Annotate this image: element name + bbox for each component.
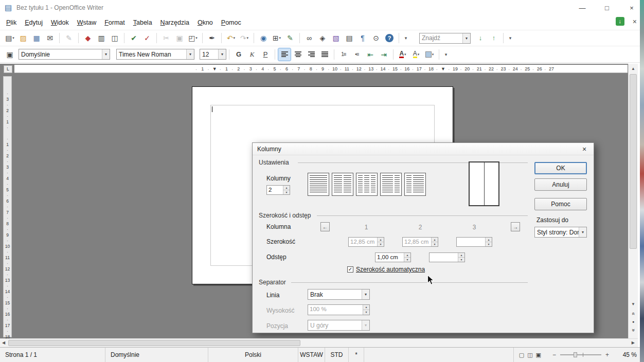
- help-icon[interactable]: ?: [383, 32, 396, 44]
- ok-button[interactable]: OK: [534, 162, 587, 174]
- dialog-titlebar[interactable]: Kolumny ×: [253, 143, 594, 155]
- help-button[interactable]: Pomoc: [534, 198, 587, 210]
- zoom-out-icon[interactable]: −: [550, 351, 558, 358]
- gallery-icon[interactable]: ▧: [330, 32, 342, 44]
- increase-indent-icon[interactable]: ⇥: [378, 48, 390, 61]
- menu-widok[interactable]: Widok: [47, 17, 73, 28]
- zoom-icon[interactable]: ⊙: [370, 32, 382, 44]
- export-pdf-icon[interactable]: ◆: [82, 32, 94, 44]
- toolbar-more-icon[interactable]: ▾: [507, 32, 514, 44]
- tab-stop-selector[interactable]: L: [4, 65, 12, 73]
- numbered-list-icon[interactable]: 1≡: [337, 48, 350, 61]
- find-replace-icon[interactable]: ∞: [303, 32, 315, 44]
- scroll-up-icon[interactable]: ▲: [629, 65, 638, 73]
- status-insert-mode[interactable]: WSTAW: [298, 348, 325, 362]
- spacing-1-2-field[interactable]: 1,00 cm ▴▾: [375, 252, 411, 262]
- horizontal-scrollbar-thumb[interactable]: [8, 340, 300, 346]
- align-center-button[interactable]: [292, 48, 304, 61]
- table-icon[interactable]: ⊞▾: [271, 32, 283, 44]
- font-color-icon[interactable]: A▾: [397, 48, 409, 61]
- background-color-icon[interactable]: ▾: [423, 48, 436, 61]
- toolbar-more-icon[interactable]: ▾: [442, 48, 450, 61]
- align-left-button[interactable]: [278, 48, 291, 61]
- columns-count-field[interactable]: 2 ▴▾: [266, 185, 290, 195]
- next-page-icon[interactable]: »: [629, 326, 637, 334]
- preset-right-wide[interactable]: [404, 173, 426, 196]
- find-input[interactable]: Znajdź ▾: [419, 33, 471, 44]
- zoom-in-icon[interactable]: +: [603, 351, 611, 358]
- email-icon[interactable]: ✉: [44, 32, 56, 44]
- status-selection-mode[interactable]: STD: [325, 348, 349, 362]
- menu-format[interactable]: Format: [100, 17, 129, 28]
- find-next-icon[interactable]: ↓: [474, 32, 487, 44]
- menu-okno[interactable]: Okno: [193, 17, 217, 28]
- scroll-right-icon[interactable]: ▶: [632, 339, 635, 347]
- italic-button[interactable]: K: [246, 48, 258, 61]
- font-size-combo[interactable]: 12 ▾: [200, 49, 226, 60]
- close-icon[interactable]: ×: [628, 4, 636, 12]
- highlighting-icon[interactable]: A▾: [410, 48, 422, 61]
- chevron-down-icon[interactable]: ▾: [579, 227, 586, 237]
- redo-icon[interactable]: ↷▾: [238, 32, 251, 44]
- column-next-icon[interactable]: →: [511, 222, 520, 231]
- autowidth-label[interactable]: Szerokość automatyczna: [356, 266, 425, 273]
- auto-spellcheck-icon[interactable]: ✓: [141, 32, 153, 44]
- bullet-list-icon[interactable]: •≡: [351, 48, 363, 61]
- menu-tabela[interactable]: Tabela: [129, 17, 156, 28]
- menu-narzedzia[interactable]: Narzędzia: [156, 17, 193, 28]
- scroll-down-icon[interactable]: ▼: [629, 300, 638, 308]
- previous-page-icon[interactable]: «: [629, 310, 637, 318]
- apply-to-combo[interactable]: Styl strony: Dom ▾: [534, 227, 587, 238]
- chevron-down-icon[interactable]: ▾: [186, 49, 194, 59]
- spin-up-icon[interactable]: ▴: [283, 186, 290, 190]
- toolbar-more-icon[interactable]: ▾: [402, 32, 409, 44]
- open-icon[interactable]: ▨: [17, 32, 29, 44]
- status-language[interactable]: Polski: [208, 348, 298, 362]
- spin-down-icon[interactable]: ▾: [283, 190, 290, 194]
- status-page-style[interactable]: Domyślnie: [105, 348, 208, 362]
- autowidth-checkbox[interactable]: ✓: [347, 266, 353, 273]
- navigator-icon[interactable]: ◈: [316, 32, 329, 44]
- draw-functions-icon[interactable]: ✎: [284, 32, 296, 44]
- view-single-icon[interactable]: ▢: [519, 352, 524, 358]
- font-name-combo[interactable]: Times New Roman ▾: [116, 49, 194, 60]
- cut-icon[interactable]: ✂: [160, 32, 172, 44]
- view-multiple-icon[interactable]: ◫: [527, 352, 532, 358]
- page-preview-icon[interactable]: ◫: [109, 32, 121, 44]
- minimize-icon[interactable]: —: [578, 4, 586, 12]
- spin-down-icon[interactable]: ▾: [404, 257, 410, 262]
- vertical-scrollbar[interactable]: ▲ ▼ « ● »: [628, 64, 638, 338]
- paragraph-style-combo[interactable]: Domyślnie ▾: [19, 49, 110, 60]
- chevron-down-icon[interactable]: ▾: [362, 289, 369, 299]
- navigation-icon[interactable]: ●: [629, 318, 637, 326]
- format-paintbrush-icon[interactable]: ✒: [206, 32, 218, 44]
- align-right-button[interactable]: [305, 48, 317, 61]
- data-sources-icon[interactable]: ▤: [343, 32, 355, 44]
- dialog-close-icon[interactable]: ×: [580, 145, 589, 153]
- menu-pomoc[interactable]: Pomoc: [217, 17, 245, 28]
- preset-left-wide[interactable]: [380, 173, 402, 196]
- preset-two-columns[interactable]: [332, 173, 353, 196]
- spellcheck-icon[interactable]: ✔: [128, 32, 140, 44]
- column-prev-icon[interactable]: ←: [320, 222, 330, 231]
- styles-window-icon[interactable]: ▣: [4, 48, 16, 61]
- undo-icon[interactable]: ↶▾: [225, 32, 237, 44]
- new-document-icon[interactable]: ▤▾: [4, 32, 16, 44]
- find-previous-icon[interactable]: ↑: [488, 32, 500, 44]
- chevron-down-icon[interactable]: ▾: [462, 33, 470, 43]
- edit-file-icon[interactable]: ✎: [63, 32, 75, 44]
- chevron-down-icon[interactable]: ▾: [218, 49, 226, 59]
- paste-icon[interactable]: ◰▾: [187, 32, 199, 44]
- hyperlink-icon[interactable]: ◉: [257, 32, 270, 44]
- close-document-icon[interactable]: ×: [633, 17, 637, 26]
- zoom-slider-thumb[interactable]: [574, 352, 577, 357]
- print-icon[interactable]: ▥: [95, 32, 108, 44]
- decrease-indent-icon[interactable]: ⇤: [364, 48, 377, 61]
- preset-three-columns[interactable]: [356, 173, 378, 196]
- preset-one-column[interactable]: [308, 173, 329, 196]
- maximize-icon[interactable]: □: [603, 4, 611, 12]
- vertical-scrollbar-thumb[interactable]: [630, 74, 637, 249]
- spin-up-icon[interactable]: ▴: [404, 253, 410, 257]
- save-icon[interactable]: ▦: [30, 32, 43, 44]
- copy-icon[interactable]: ▣: [173, 32, 186, 44]
